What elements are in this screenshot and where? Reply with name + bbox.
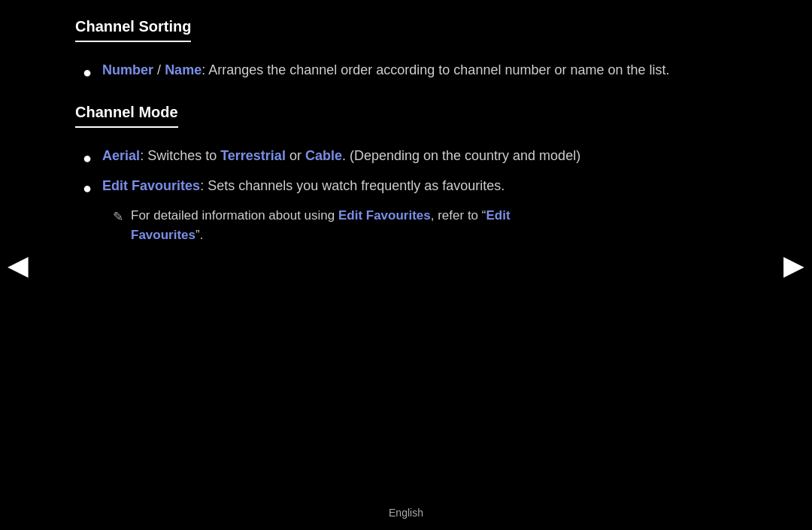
note-text: For detailed information about using Edi… (131, 206, 511, 244)
link-aerial: Aerial (102, 148, 140, 163)
bullet-text-edit-favourites: Edit Favourites: Sets channels you watch… (102, 176, 504, 196)
channel-sorting-section: Channel Sorting ● Number / Name: Arrange… (75, 15, 737, 83)
note-edit-favourites: ✎ For detailed information about using E… (113, 206, 737, 244)
bullet-dot-2: ● (83, 147, 92, 168)
bullet-dot-3: ● (83, 177, 92, 198)
bullet-text-number-name: Number / Name: Arranges the channel orde… (102, 60, 669, 80)
link-name: Name (165, 62, 201, 77)
link-edit-favourites-2: Edit Favourites (338, 208, 431, 223)
link-edit-favourites-1: Edit Favourites (102, 178, 200, 193)
channel-sorting-title: Channel Sorting (75, 15, 191, 42)
prev-arrow[interactable]: ◀ (8, 245, 29, 286)
link-edit-favourites-3: EditFavourites (131, 208, 511, 242)
footer: English (0, 505, 812, 521)
next-arrow[interactable]: ▶ (783, 245, 804, 286)
bullet-number-name: ● Number / Name: Arranges the channel or… (83, 60, 737, 83)
bullet-aerial: ● Aerial: Switches to Terrestrial or Cab… (83, 146, 737, 168)
main-content: Channel Sorting ● Number / Name: Arrange… (45, 0, 767, 500)
link-cable: Cable (305, 148, 342, 163)
link-number: Number (102, 62, 153, 77)
bullet-text-aerial: Aerial: Switches to Terrestrial or Cable… (102, 146, 580, 166)
note-icon: ✎ (113, 207, 123, 227)
bullet-edit-favourites: ● Edit Favourites: Sets channels you wat… (83, 176, 737, 198)
channel-mode-title: Channel Mode (75, 101, 178, 128)
channel-mode-section: Channel Mode ● Aerial: Switches to Terre… (75, 101, 737, 244)
footer-language: English (389, 507, 423, 519)
link-terrestrial: Terrestrial (220, 148, 286, 163)
bullet-dot-1: ● (83, 62, 92, 83)
